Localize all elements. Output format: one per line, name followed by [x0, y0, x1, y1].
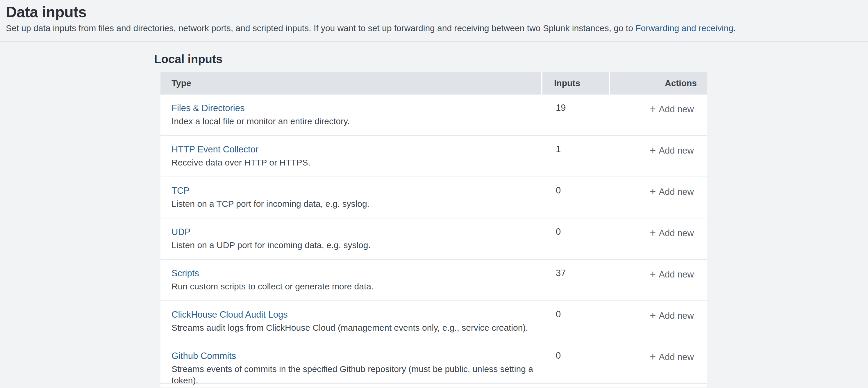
input-type-link[interactable]: UDP [172, 227, 190, 237]
add-new-button[interactable]: +Add new [650, 187, 694, 197]
page: { "page": { "title": "Data inputs", "sub… [0, 0, 868, 388]
table-row: UDP Listen on a UDP port for incoming da… [160, 218, 707, 260]
input-type-description: Streams audit logs from ClickHouse Cloud… [172, 322, 537, 333]
input-type-description: Streams events of commits in the specifi… [172, 363, 537, 386]
input-type-description: Listen on a UDP port for incoming data, … [172, 239, 537, 251]
content: Local inputs Type Inputs Actions Files &… [0, 52, 868, 387]
plus-icon: + [650, 227, 656, 239]
table-row: Files & Directories Index a local file o… [160, 94, 707, 136]
add-new-button[interactable]: +Add new [650, 310, 694, 321]
table-row: TCP Listen on a TCP port for incoming da… [160, 177, 707, 218]
inputs-cell: 37 [542, 260, 610, 300]
input-type-description: Receive data over HTTP or HTTPS. [172, 157, 537, 168]
plus-icon: + [650, 185, 656, 198]
table-row: Github Commits Streams events of commits… [160, 342, 707, 384]
plus-icon: + [650, 351, 656, 363]
type-cell: Files & Directories Index a local file o… [160, 94, 542, 135]
type-cell: Github Commits Streams events of commits… [160, 342, 542, 383]
table-row: Scripts Run custom scripts to collect or… [160, 260, 707, 301]
plus-icon: + [650, 309, 656, 321]
page-subtitle-period: . [734, 23, 736, 33]
actions-cell: +Add new [610, 94, 707, 135]
column-header-inputs: Inputs [542, 72, 610, 94]
column-header-type: Type [160, 72, 542, 94]
inputs-cell: 19 [542, 94, 610, 135]
inputs-count: 37 [556, 268, 566, 278]
add-new-button[interactable]: +Add new [650, 145, 694, 156]
add-new-label: Add new [659, 310, 694, 321]
type-cell: UDP Listen on a UDP port for incoming da… [160, 218, 542, 259]
input-type-link[interactable]: Github Commits [172, 351, 236, 361]
add-new-label: Add new [659, 228, 694, 238]
table-row: HTTP Event Collector Receive data over H… [160, 136, 707, 177]
actions-cell: +Add new [610, 218, 707, 259]
inputs-cell: 1 [542, 136, 610, 177]
input-type-description: Index a local file or monitor an entire … [172, 116, 537, 127]
actions-cell: +Add new [610, 136, 707, 177]
actions-cell: +Add new [610, 301, 707, 342]
input-type-description: Listen on a TCP port for incoming data, … [172, 198, 537, 209]
type-cell: ClickHouse Cloud Audit Logs Streams audi… [160, 301, 542, 342]
type-cell: Scripts Run custom scripts to collect or… [160, 260, 542, 300]
input-type-link[interactable]: HTTP Event Collector [172, 144, 258, 155]
table-body: Files & Directories Index a local file o… [160, 94, 707, 384]
type-cell: HTTP Event Collector Receive data over H… [160, 136, 542, 177]
inputs-count: 0 [556, 351, 561, 361]
plus-icon: + [650, 268, 656, 280]
inputs-count: 0 [556, 185, 561, 196]
input-type-description: Run custom scripts to collect or generat… [172, 281, 537, 292]
actions-cell: +Add new [610, 342, 707, 383]
inputs-count: 0 [556, 227, 561, 237]
add-new-label: Add new [659, 104, 694, 114]
local-inputs-table: Type Inputs Actions Files & Directories … [160, 72, 707, 387]
add-new-button[interactable]: +Add new [650, 104, 694, 114]
actions-cell: +Add new [610, 260, 707, 300]
add-new-label: Add new [659, 145, 694, 156]
page-subtitle: Set up data inputs from files and direct… [6, 23, 861, 34]
inputs-count: 1 [556, 144, 561, 154]
inputs-cell: 0 [542, 218, 610, 259]
type-cell: TCP Listen on a TCP port for incoming da… [160, 177, 542, 218]
add-new-label: Add new [659, 269, 694, 279]
page-header: Data inputs Set up data inputs from file… [0, 0, 868, 41]
add-new-label: Add new [659, 352, 694, 362]
add-new-button[interactable]: +Add new [650, 228, 694, 238]
input-type-link[interactable]: ClickHouse Cloud Audit Logs [172, 309, 288, 320]
inputs-cell: 0 [542, 177, 610, 218]
inputs-count: 0 [556, 309, 561, 319]
local-inputs-heading: Local inputs [154, 52, 868, 66]
add-new-button[interactable]: +Add new [650, 352, 694, 362]
add-new-button[interactable]: +Add new [650, 269, 694, 279]
add-new-label: Add new [659, 187, 694, 197]
table-row: ClickHouse Cloud Audit Logs Streams audi… [160, 301, 707, 342]
inputs-cell: 0 [542, 301, 610, 342]
page-title: Data inputs [6, 3, 861, 21]
page-subtitle-text: Set up data inputs from files and direct… [6, 23, 636, 33]
column-header-actions: Actions [610, 72, 707, 94]
input-type-link[interactable]: TCP [172, 185, 189, 196]
inputs-cell: 0 [542, 342, 610, 383]
actions-cell: +Add new [610, 177, 707, 218]
inputs-count: 19 [556, 103, 566, 113]
plus-icon: + [650, 103, 656, 115]
forwarding-and-receiving-link[interactable]: Forwarding and receiving [636, 23, 734, 33]
table-header-row: Type Inputs Actions [160, 72, 707, 94]
input-type-link[interactable]: Files & Directories [172, 103, 245, 113]
plus-icon: + [650, 144, 656, 156]
input-type-link[interactable]: Scripts [172, 268, 199, 279]
